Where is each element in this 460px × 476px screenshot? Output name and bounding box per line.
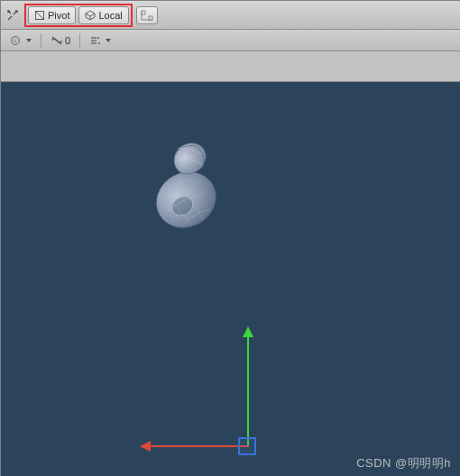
watermark-text: CSDN @明明明h: [356, 455, 451, 471]
fx-dropdown[interactable]: [86, 32, 115, 49]
transform-gizmo[interactable]: [145, 330, 308, 474]
layers-icon: [51, 35, 63, 46]
chevron-down-icon: [26, 39, 32, 42]
svg-rect-4: [149, 16, 152, 20]
chevron-down-icon: [106, 39, 111, 42]
pivot-icon: [34, 10, 45, 21]
snap-toggle[interactable]: [136, 6, 158, 24]
editor-window: Pivot Local 0: [0, 0, 460, 476]
pivot-toggle[interactable]: Pivot: [28, 6, 76, 24]
layers-count: 0: [65, 35, 70, 46]
shaded-icon: [10, 35, 23, 46]
toolbar-gap: [1, 51, 460, 82]
svg-line-1: [35, 11, 44, 20]
svg-point-12: [97, 37, 99, 39]
local-toggle[interactable]: Local: [78, 6, 128, 24]
pivot-label: Pivot: [48, 10, 69, 21]
separator: [79, 33, 80, 48]
fx-icon: [89, 35, 102, 46]
pivot-local-highlight: Pivot Local: [24, 4, 133, 27]
scene-toolbar: 0: [1, 30, 460, 51]
gizmo-x-axis[interactable]: [145, 445, 249, 447]
svg-rect-3: [142, 11, 145, 14]
main-toolbar: Pivot Local: [1, 1, 460, 30]
snap-icon: [141, 10, 153, 21]
scene-viewport[interactable]: CSDN @明明明h: [1, 82, 460, 476]
gizmo-origin-handle[interactable]: [238, 437, 256, 455]
tools-icon[interactable]: [5, 6, 21, 24]
local-icon: [85, 10, 96, 21]
gizmo-y-arrow-icon[interactable]: [243, 326, 253, 337]
shading-mode-dropdown[interactable]: [6, 32, 35, 49]
svg-point-13: [98, 42, 100, 44]
svg-line-8: [52, 37, 61, 44]
local-label: Local: [98, 10, 122, 21]
layers-toggle[interactable]: 0: [47, 32, 74, 49]
gizmo-x-arrow-icon[interactable]: [140, 441, 151, 452]
gizmo-y-axis[interactable]: [247, 330, 249, 447]
separator: [41, 33, 41, 48]
mesh-object[interactable]: [136, 127, 235, 235]
